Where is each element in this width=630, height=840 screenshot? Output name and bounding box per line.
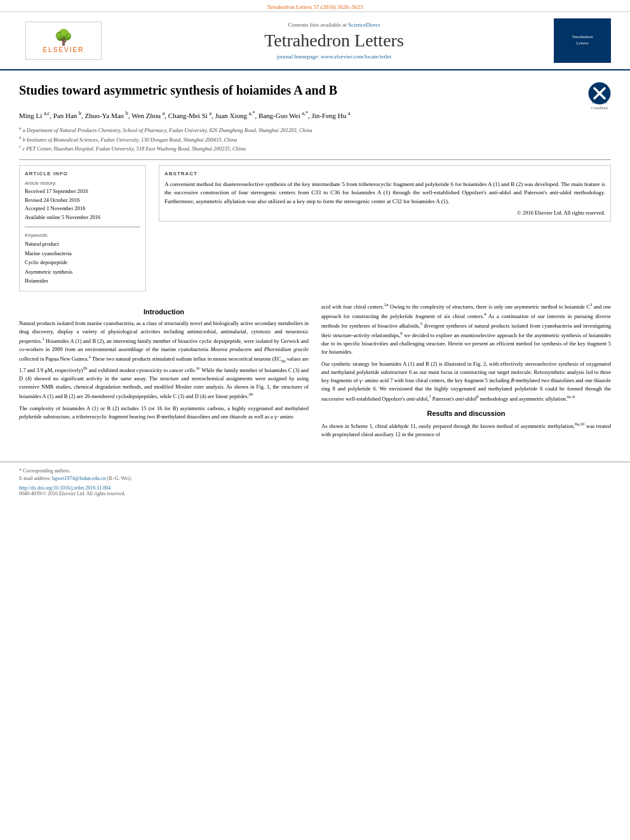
- right-paragraph-2: Our synthetic strategy for hoiamides A (…: [321, 360, 611, 403]
- keyword-4: Asymmetric synthesis: [25, 267, 140, 276]
- intro-paragraph-2: The complexity of hoiamides A (1) or B (…: [19, 404, 309, 421]
- elsevier-logo: 🌳 ELSEVIER: [25, 22, 102, 60]
- article-info-box: ARTICLE INFO Article history: Received 1…: [19, 165, 146, 291]
- elsevier-logo-section: 🌳 ELSEVIER: [13, 22, 114, 60]
- tetlet-logo: TetrahedronLetters: [554, 18, 611, 63]
- revised-date: Revised 24 October 2016: [25, 196, 140, 205]
- svg-text:CrossMark: CrossMark: [592, 100, 608, 104]
- journal-header: 🌳 ELSEVIER Contents lists available at S…: [0, 12, 630, 70]
- affiliation-a: a a Department of Natural Products Chemi…: [19, 125, 611, 135]
- page: Tetrahedron Letters 57 (2016) 5620–5623 …: [0, 0, 630, 840]
- article-info-heading: ARTICLE INFO: [25, 171, 140, 177]
- crossmark-label: CrossMark: [588, 106, 611, 110]
- crossmark-badge: CrossMark CrossMark: [588, 82, 611, 105]
- results-heading: Results and discussion: [321, 410, 611, 417]
- journal-title: Tetrahedron Letters: [114, 30, 554, 51]
- abstract-copyright: © 2016 Elsevier Ltd. All rights reserved…: [164, 210, 605, 216]
- intro-paragraph-1: Natural products isolated from marine cy…: [19, 319, 309, 401]
- issn-line: 0040-4039/© 2016 Elsevier Ltd. All right…: [19, 491, 611, 497]
- history-label: Article history:: [25, 180, 140, 186]
- sciencedirect-label: Contents lists available at: [288, 22, 347, 28]
- journal-title-section: Contents lists available at ScienceDirec…: [114, 22, 554, 60]
- results-paragraph-1: As shown in Scheme 1, chiral aldehyde 11…: [321, 421, 611, 439]
- main-col-right: acid with four chiral centers.2a Owing t…: [321, 302, 611, 443]
- article-title: Studies toward asymmetric synthesis of h…: [19, 82, 582, 98]
- corresponding-authors-note: * Corresponding authors.: [19, 467, 611, 475]
- corresponding-label: * Corresponding authors.: [19, 468, 70, 474]
- info-divider: [25, 227, 140, 227]
- article-info-column: ARTICLE INFO Article history: Received 1…: [19, 165, 146, 291]
- article-info-row: ARTICLE INFO Article history: Received 1…: [19, 165, 611, 291]
- keywords-section: Keywords: Natural product Marine cyanoba…: [25, 232, 140, 285]
- main-col-left: Introduction Natural products isolated f…: [19, 302, 309, 443]
- authors-line: Ming Li a,c, Pan Han b, Zhuo-Ya Mao b, W…: [19, 110, 611, 121]
- keyword-3: Cyclic depsipeptide: [25, 258, 140, 267]
- right-paragraph-1: acid with four chiral centers.2a Owing t…: [321, 302, 611, 356]
- journal-homepage-link[interactable]: journal homepage: www.elsevier.com/locat…: [277, 53, 391, 60]
- affiliations: a a Department of Natural Products Chemi…: [19, 125, 611, 153]
- main-content: Introduction Natural products isolated f…: [19, 302, 611, 443]
- keywords-heading: Keywords:: [25, 232, 140, 238]
- email-link[interactable]: bgwei1974@fudan.edu.cn: [52, 476, 105, 481]
- affiliation-b: b b Institutes of Biomedical Sciences, F…: [19, 135, 611, 144]
- keyword-5: Hoiamides: [25, 276, 140, 285]
- journal-citation: Tetrahedron Letters 57 (2016) 5620–5623: [267, 4, 363, 10]
- history-section: Article history: Received 17 September 2…: [25, 180, 140, 222]
- page-footer: * Corresponding authors. E-mail address:…: [0, 462, 630, 500]
- received-date: Received 17 September 2016: [25, 187, 140, 196]
- accepted-date: Accepted 1 November 2016: [25, 204, 140, 213]
- keyword-2: Marine cyanobacteria: [25, 249, 140, 258]
- abstract-column: ABSTRACT A convenient method for diaster…: [159, 165, 611, 291]
- tetlet-logo-text: TetrahedronLetters: [572, 34, 593, 47]
- introduction-heading: Introduction: [19, 308, 309, 316]
- divider: [19, 159, 611, 160]
- elsevier-tree-icon: 🌳: [54, 29, 73, 46]
- doi-line: http://dx.doi.org/10.1016/j.tetlet.2016.…: [19, 485, 611, 491]
- abstract-text: A convenient method for diastereoselecti…: [164, 180, 605, 206]
- email-suffix: (B.-G. Wei).: [107, 476, 132, 481]
- article-body: Studies toward asymmetric synthesis of h…: [0, 70, 630, 455]
- journal-top-bar: Tetrahedron Letters 57 (2016) 5620–5623: [0, 0, 630, 12]
- sciencedirect-link[interactable]: ScienceDirect: [348, 22, 380, 28]
- sciencedirect-line: Contents lists available at ScienceDirec…: [114, 22, 554, 28]
- email-label: E-mail address:: [19, 476, 51, 481]
- journal-homepage: journal homepage: www.elsevier.com/locat…: [114, 53, 554, 60]
- tetlet-logo-section: TetrahedronLetters: [554, 18, 617, 63]
- affiliation-c: c c PET Center, Huashan Hospital, Fudan …: [19, 143, 611, 153]
- keyword-1: Natural product: [25, 239, 140, 248]
- abstract-box: ABSTRACT A convenient method for diaster…: [159, 165, 611, 222]
- elsevier-wordmark: ELSEVIER: [43, 46, 84, 53]
- available-date: Available online 5 November 2016: [25, 213, 140, 222]
- article-title-section: Studies toward asymmetric synthesis of h…: [19, 77, 611, 105]
- email-note: E-mail address: bgwei1974@fudan.edu.cn (…: [19, 475, 611, 483]
- abstract-heading: ABSTRACT: [164, 171, 605, 177]
- doi-link[interactable]: http://dx.doi.org/10.1016/j.tetlet.2016.…: [19, 485, 111, 491]
